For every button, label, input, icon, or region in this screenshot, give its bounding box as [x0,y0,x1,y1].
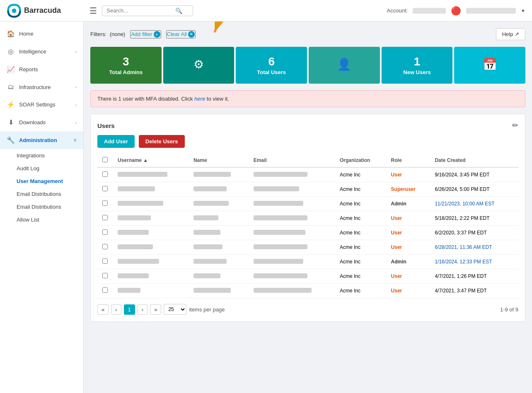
reports-icon: 📈 [7,65,15,73]
user-avatar-icon[interactable]: 🔴 [451,6,461,16]
col-header-date-created[interactable]: Date Created [430,154,518,167]
pagination-prev-button[interactable]: ‹ [111,304,121,315]
add-filter-button[interactable]: Add filter + [130,30,161,39]
svg-point-0 [12,8,17,13]
new-users-number: 1 [414,55,421,68]
stat-card-user-icon[interactable]: 👤 [309,47,380,84]
administration-icon: 🔧 [7,136,15,144]
row-checkbox-cell [97,284,113,298]
sidebar-item-downloads[interactable]: ⬇ Downloads › [0,113,83,131]
sidebar-item-email-distributions-2[interactable]: Email Distributions [17,200,83,213]
pagination-next-button[interactable]: › [138,304,148,315]
row-checkbox-cell [97,182,113,197]
mfa-warning-banner: There is 1 user with MFA disabled. Click… [90,90,525,107]
sidebar-item-label: Intelligence [19,48,71,55]
edit-icon-button[interactable]: ✏ [512,121,518,130]
table-body: Acme Inc User 9/16/2024, 3:45 PM EDT Acm… [97,167,518,298]
row-username [113,255,189,269]
row-username [113,167,189,182]
table-row: Acme Inc Admin 11/21/2023, 10:00 AM EST [97,197,518,211]
users-panel-header: Users ✏ [97,121,518,130]
administration-submenu: Integrations Audit Log User Management E… [0,149,83,226]
total-admins-label: Total Admins [109,69,143,75]
user-dropdown-arrow[interactable]: ▼ [521,8,525,13]
row-organization: Acme Inc [335,240,386,255]
row-email [249,240,335,255]
clear-all-button[interactable]: Clear All ✕ [166,30,196,39]
pagination-bar: « ‹ 1 › » 25 50 100 items per page 1-9 o… [97,304,518,315]
add-user-button[interactable]: Add User [97,135,135,148]
stat-card-calendar[interactable]: 📅 [454,47,525,84]
delete-users-button[interactable]: Delete Users [139,135,185,148]
account-label: Account: [387,7,408,14]
col-header-name[interactable]: Name [189,154,249,167]
row-username [113,182,189,197]
row-name [189,182,249,197]
row-organization: Acme Inc [335,167,386,182]
sidebar-item-administration[interactable]: 🔧 Administration ∨ [0,131,83,149]
row-checkbox[interactable] [102,186,108,191]
select-all-checkbox[interactable] [102,157,108,162]
sidebar-item-intelligence[interactable]: ◎ Intelligence › [0,43,83,60]
search-icon[interactable]: 🔍 [175,7,182,14]
row-checkbox[interactable] [102,258,108,264]
sidebar-item-email-distributions-1[interactable]: Email Distributions [17,188,83,200]
row-date-created: 6/26/2024, 5:00 PM EDT [430,182,518,197]
sidebar-item-soar-settings[interactable]: ⚡ SOAR Settings › [0,96,83,113]
sidebar-item-reports[interactable]: 📈 Reports [0,60,83,78]
row-checkbox[interactable] [102,171,108,177]
sidebar-item-audit-log[interactable]: Audit Log [17,162,83,175]
pagination-last-button[interactable]: » [150,304,161,315]
row-role: Superuser [386,182,430,197]
pagination-first-button[interactable]: « [97,304,109,315]
row-checkbox-cell [97,197,113,211]
sidebar-item-home[interactable]: 🏠 Home [0,25,83,43]
col-header-username[interactable]: Username ▲ [113,154,189,167]
sidebar-item-label: Administration [19,137,69,143]
users-panel-title: Users [97,122,512,129]
col-header-organization[interactable]: Organization [335,154,386,167]
main-content: Filters: (none) Add filter + Clear All ✕… [84,22,532,393]
sidebar-item-infrastructure[interactable]: 🗂 Infrastructure › [0,78,83,96]
col-header-role[interactable]: Role [386,154,430,167]
table-row: Acme Inc Admin 1/16/2024, 12:33 PM EST [97,255,518,269]
row-checkbox[interactable] [102,287,108,293]
row-checkbox[interactable] [102,273,108,278]
items-per-page-select[interactable]: 25 50 100 [164,304,186,315]
row-email [249,284,335,298]
stat-card-settings[interactable]: ⚙ [163,47,235,84]
stat-card-total-users[interactable]: 6 Total Users [236,47,307,84]
row-role: Admin [386,197,430,211]
plus-circle-icon: + [154,31,160,38]
search-input[interactable] [106,7,173,14]
sidebar-item-integrations[interactable]: Integrations [17,149,83,162]
col-header-email[interactable]: Email [249,154,335,167]
row-checkbox[interactable] [102,244,108,249]
row-checkbox[interactable] [102,200,108,206]
row-date-created: 1/16/2024, 12:33 PM EST [430,255,518,269]
row-username [113,197,189,211]
hamburger-button[interactable]: ☰ [89,6,97,16]
mfa-here-link[interactable]: here [194,96,205,102]
app-body: 🏠 Home ◎ Intelligence › 📈 Reports 🗂 Infr… [0,22,532,393]
row-organization: Acme Inc [335,269,386,284]
row-checkbox[interactable] [102,229,108,235]
row-email [249,269,335,284]
sidebar-item-label: SOAR Settings [19,101,71,108]
sidebar: 🏠 Home ◎ Intelligence › 📈 Reports 🗂 Infr… [0,22,84,393]
sidebar-item-user-management[interactable]: User Management [17,175,83,188]
sidebar-item-allow-list[interactable]: Allow List [17,213,83,226]
pagination-page-1-button[interactable]: 1 [124,304,135,315]
table-row: Acme Inc User 6/2/2020, 3:37 PM EDT [97,226,518,240]
row-checkbox-cell [97,255,113,269]
stat-card-total-admins[interactable]: 3 Total Admins [90,47,162,84]
stats-row: 3 Total Admins ⚙ 6 Total Users 👤 1 New U… [90,47,525,84]
logo: Barracuda [7,3,81,18]
stat-card-new-users[interactable]: 1 New Users [382,47,453,84]
select-all-header [97,154,113,167]
row-organization: Acme Inc [335,255,386,269]
table-row: Acme Inc Superuser 6/26/2024, 5:00 PM ED… [97,182,518,197]
topbar: Barracuda ☰ 🔍 Account: 🔴 ▼ [0,0,532,22]
help-button[interactable]: Help ↗ [496,28,525,40]
row-checkbox[interactable] [102,215,108,220]
